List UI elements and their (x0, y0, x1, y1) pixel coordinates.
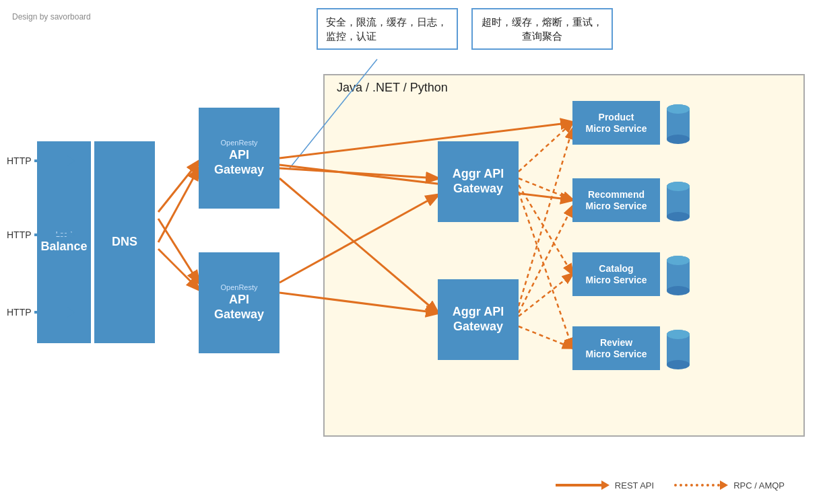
svg-line-19 (158, 168, 199, 242)
dns-block: DNS (94, 141, 155, 343)
rest-arrow-icon (556, 481, 609, 491)
tooltip-security: 安全，限流，缓存，日志，监控，认证 (317, 8, 458, 50)
http-arrow-2: HTTP (7, 229, 75, 241)
arch-container: HTTP HTTP HTTP Load Balance DNS OpenRest… (20, 74, 805, 437)
svg-point-7 (667, 182, 690, 191)
watermark-text: Design by savorboard (12, 12, 91, 22)
svg-point-15 (667, 330, 690, 339)
svg-point-2 (667, 135, 690, 144)
svg-point-3 (667, 104, 690, 114)
review-microservice-block: Review Micro Service (572, 326, 660, 370)
api-gateway-1-block: OpenResty API Gateway (199, 108, 279, 209)
api-gateway-2-block: OpenResty API Gateway (199, 252, 279, 353)
http-arrow-1: HTTP (7, 155, 75, 167)
svg-line-18 (158, 219, 199, 283)
aggr-api-gateway-2-block: Aggr API Gateway (438, 279, 519, 360)
svg-line-16 (158, 161, 199, 212)
http-arrow-3: HTTP (7, 306, 75, 318)
svg-point-6 (667, 212, 690, 221)
db-cylinder-3 (665, 254, 691, 297)
db-cylinder-4 (665, 328, 691, 371)
legend-rest: REST API (556, 480, 654, 491)
svg-line-17 (158, 249, 199, 289)
db-cylinder-1 (665, 102, 691, 146)
aggr-api-gateway-1-block: Aggr API Gateway (438, 141, 519, 222)
recommend-microservice-block: Recommend Micro Service (572, 178, 660, 222)
java-label: Java / .NET / Python (337, 81, 448, 95)
rpc-arrow-icon (674, 481, 728, 491)
product-microservice-block: Product Micro Service (572, 101, 660, 145)
legend-rpc: RPC / AMQP (674, 480, 785, 491)
tooltip-timeout: 超时，缓存，熔断，重试，查询聚合 (471, 8, 613, 50)
svg-point-10 (667, 286, 690, 295)
legend: REST API RPC / AMQP (556, 480, 785, 491)
db-cylinder-2 (665, 180, 691, 223)
catalog-microservice-block: Catalog Micro Service (572, 252, 660, 296)
yellow-box (323, 74, 805, 437)
svg-point-14 (667, 360, 690, 369)
svg-point-11 (667, 256, 690, 265)
